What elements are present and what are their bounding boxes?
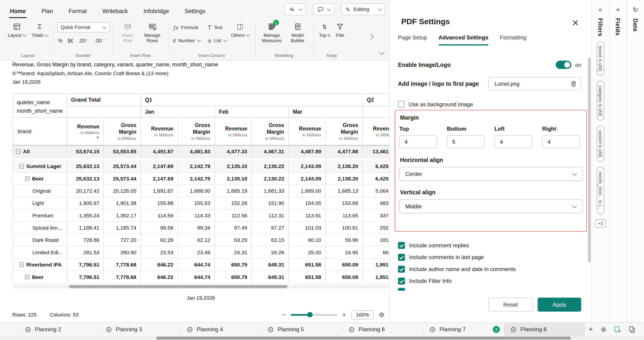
cell[interactable]: 66: [362, 246, 389, 258]
row-label[interactable]: Spiced Am...: [12, 221, 67, 234]
tab-page-setup[interactable]: Page Setup: [398, 34, 427, 45]
list-column-button[interactable]: List: [206, 35, 228, 46]
quick-format-select[interactable]: Quick Format: [57, 22, 110, 32]
filter-pill-category[interactable]: category is (All): [597, 81, 604, 121]
row-label[interactable]: Original: [12, 185, 67, 197]
cell[interactable]: 280.90: [104, 246, 140, 258]
cell[interactable]: 112.56: [214, 209, 252, 221]
zoom-out-button[interactable]: −: [282, 311, 286, 319]
cell[interactable]: 728.86: [67, 234, 104, 246]
collapse-icon[interactable]: [25, 275, 30, 279]
cell[interactable]: 2,135.10: [214, 172, 252, 185]
cell[interactable]: 650.79: [214, 258, 252, 271]
row-label[interactable]: Dark Roast: [12, 234, 67, 246]
cell[interactable]: 155.88: [140, 197, 178, 209]
ribbon-tab-format[interactable]: Format: [68, 4, 88, 18]
sheet-tab-planning-8[interactable]: Planning 8: [504, 323, 585, 336]
more-filters-pill[interactable]: +3: [595, 219, 606, 227]
row-label[interactable]: Summit Lager: [12, 160, 67, 172]
cell[interactable]: 60.10: [289, 234, 326, 246]
cell[interactable]: 649.31: [252, 271, 288, 283]
cell[interactable]: 154.05: [289, 197, 326, 209]
cell[interactable]: 181: [362, 234, 389, 246]
cell[interactable]: 1,689.00: [289, 185, 326, 197]
cell[interactable]: 62.12: [178, 234, 214, 246]
cell[interactable]: 4,491.87: [140, 146, 178, 158]
sheet-tab-planning-5[interactable]: Planning 5: [262, 323, 342, 336]
row-label[interactable]: Light: [12, 197, 67, 209]
tab-formatting[interactable]: Formatting: [500, 34, 526, 45]
cell[interactable]: 25,573.44: [104, 160, 140, 172]
layout-button[interactable]: Layout: [5, 19, 29, 38]
collapse-icon[interactable]: [20, 164, 24, 169]
include-filter-info-checkbox[interactable]: [398, 278, 405, 284]
scrollbar-thumb[interactable]: [69, 285, 288, 288]
cell[interactable]: 644.74: [178, 271, 214, 283]
ribbon-tab-plan[interactable]: Plan: [41, 4, 54, 18]
cell[interactable]: 650.09: [326, 258, 362, 271]
cell[interactable]: 114.59: [140, 209, 178, 221]
cell[interactable]: 99.34: [178, 221, 214, 234]
cell[interactable]: 63.15: [252, 234, 288, 246]
cell[interactable]: 1,185.74: [104, 221, 140, 234]
cell[interactable]: 1,188.41: [67, 221, 104, 234]
filter-pill-variant[interactable]: variant is (All): [597, 126, 604, 162]
margin-bottom-input[interactable]: [447, 135, 485, 149]
cell[interactable]: 651.58: [289, 271, 326, 283]
cell[interactable]: 2,142.79: [178, 160, 214, 172]
cell[interactable]: 6,425: [362, 172, 389, 185]
cell[interactable]: 24.26: [252, 246, 288, 258]
number-column-button[interactable]: Number: [171, 35, 202, 46]
data-pane-tab[interactable]: Data: [627, 0, 644, 322]
cell[interactable]: 155.53: [178, 197, 214, 209]
margin-top-input[interactable]: [399, 135, 437, 149]
zoom-slider[interactable]: [291, 314, 337, 316]
reset-button[interactable]: Reset: [488, 298, 533, 311]
column-header-revenue[interactable]: Revenue in Millions: [214, 118, 252, 146]
close-icon[interactable]: [572, 19, 578, 26]
add-sheet-icon[interactable]: [588, 325, 593, 334]
margin-right-input[interactable]: [542, 135, 580, 149]
row-label[interactable]: Beer: [12, 172, 67, 185]
image-file-input[interactable]: Lumel.png: [488, 77, 581, 90]
cell[interactable]: 99.56: [140, 221, 178, 234]
cell[interactable]: 2,130.22: [252, 160, 288, 172]
cell[interactable]: 2,138.20: [326, 160, 362, 172]
column-group-q1[interactable]: Q1: [140, 94, 362, 106]
column-header-gross-margin[interactable]: Gross Margin in Millions: [252, 118, 288, 146]
cell[interactable]: 1,688.00: [178, 185, 214, 197]
cell[interactable]: 23.48: [178, 246, 214, 258]
row-label[interactable]: Premium: [12, 209, 67, 221]
cell[interactable]: 646.22: [140, 271, 178, 283]
cell[interactable]: 24.95: [326, 246, 362, 258]
cell[interactable]: 1,355.24: [67, 209, 104, 221]
cell[interactable]: 651.58: [289, 258, 326, 271]
column-header-gross-margin[interactable]: Gross Margin in Millions: [178, 118, 214, 146]
text-column-button[interactable]: Text: [206, 22, 228, 33]
column-group-jan[interactable]: Jan: [140, 106, 214, 118]
cell[interactable]: 1,685.19: [214, 185, 252, 197]
comments-dropdown[interactable]: [313, 3, 334, 15]
sheet-tab-planning-2[interactable]: Planning 2: [19, 323, 100, 336]
column-group-feb[interactable]: Feb: [214, 106, 288, 118]
filter-pill-month[interactable]: month_shor... is (...: [597, 167, 604, 214]
column-header-revenue[interactable]: Revenue in Millions: [289, 118, 326, 146]
percent-format-button[interactable]: %: [58, 38, 62, 44]
cell[interactable]: 2,130.22: [252, 172, 288, 185]
column-group-mar[interactable]: Mar: [289, 106, 362, 118]
cell[interactable]: 101.03: [289, 221, 326, 234]
cell[interactable]: 1,691.87: [140, 185, 178, 197]
cell[interactable]: 1,905.67: [67, 197, 104, 209]
cell[interactable]: 2,143.09: [289, 172, 326, 185]
cell[interactable]: 23.53: [140, 246, 178, 258]
include-comment-replies-checkbox[interactable]: [398, 242, 405, 249]
cell[interactable]: 113.65: [326, 209, 362, 221]
ribbon-tab-writeback[interactable]: Writeback: [102, 4, 128, 18]
cell[interactable]: 4,477.88: [326, 146, 362, 158]
cell[interactable]: 13,461: [362, 146, 389, 158]
cell[interactable]: 2,138.20: [326, 172, 362, 185]
cell[interactable]: 1,951: [362, 258, 389, 271]
zoom-level[interactable]: 100%: [352, 310, 374, 319]
formula-column-button[interactable]: Formula: [171, 22, 202, 33]
trash-icon[interactable]: [570, 80, 577, 87]
